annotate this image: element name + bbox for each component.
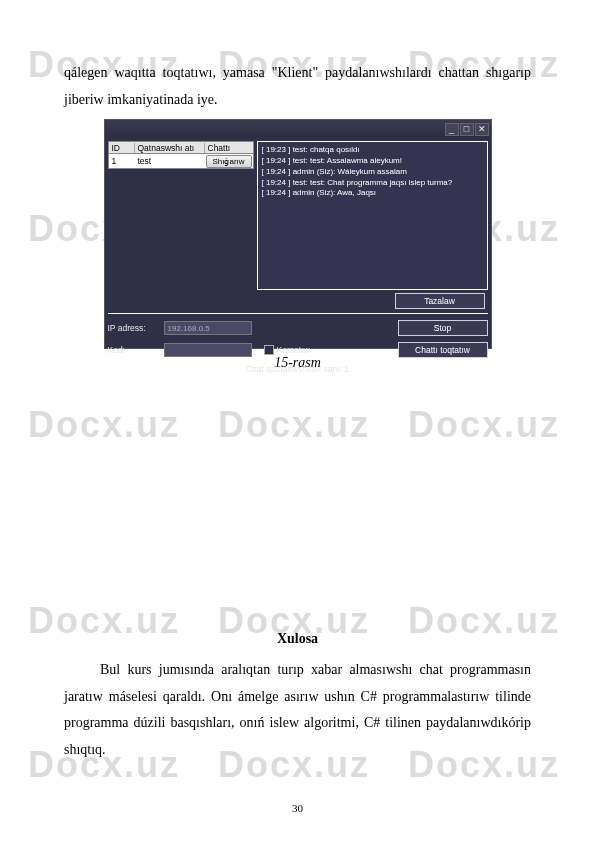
chat-line: [ 19:24 ] admin (Siz): Awa, Jaqsı: [262, 188, 483, 199]
participants-panel: ID Qatnaswshı atı Chattı 1 test Shıǵarıw: [105, 138, 257, 293]
clear-button-row: Tazalaw: [105, 293, 491, 311]
page-number: 30: [0, 802, 595, 814]
app-window: _ □ ✕ ID Qatnaswshı atı Chattı 1 test Sh…: [104, 119, 492, 349]
row-id: 1: [109, 156, 135, 166]
col-id: ID: [109, 143, 135, 153]
minimize-button[interactable]: _: [445, 123, 459, 136]
app-body: ID Qatnaswshı atı Chattı 1 test Shıǵarıw…: [105, 138, 491, 293]
maximize-button[interactable]: □: [460, 123, 474, 136]
chat-log: [ 19:23 ] test: chatqa qosıldı [ 19:24 ]…: [257, 141, 488, 290]
chat-line: [ 19:24 ] test: test: Chat programma jaq…: [262, 178, 483, 189]
participants-header: ID Qatnaswshı atı Chattı: [108, 141, 254, 154]
row-name: test: [135, 156, 206, 166]
status-line: Chat qatnaswshıları sanı: 1: [105, 364, 491, 374]
intro-paragraph: qálegen waqıtta toqtatıwı, yamasa "Klien…: [64, 60, 531, 113]
show-checkbox[interactable]: [264, 345, 274, 355]
kod-row: Kod: Korsetıw Chattı toqtatıw: [108, 342, 488, 358]
chat-line: [ 19:23 ] test: chatqa qosıldı: [262, 145, 483, 156]
chat-line: [ 19:24 ] test: test: Assalawma aleykum!: [262, 156, 483, 167]
stop-chat-button[interactable]: Chattı toqtatıw: [398, 342, 488, 358]
ip-label: IP adress:: [108, 323, 164, 333]
conclusion-paragraph: Bul kurs jumısında aralıqtan turıp xabar…: [64, 657, 531, 763]
show-checkbox-wrap: Korsetıw: [264, 345, 310, 355]
titlebar: _ □ ✕: [105, 120, 491, 138]
col-name: Qatnaswshı atı: [135, 143, 205, 153]
chat-line: [ 19:24 ] admin (Siz): Wáleykum assalam: [262, 167, 483, 178]
ip-input[interactable]: 192.168.0.5: [164, 321, 252, 335]
screenshot-figure: _ □ ✕ ID Qatnaswshı atı Chattı 1 test Sh…: [64, 119, 531, 349]
kod-input[interactable]: [164, 343, 252, 357]
stop-button[interactable]: Stop: [398, 320, 488, 336]
table-row: 1 test Shıǵarıw: [108, 154, 254, 169]
kod-label: Kod:: [108, 345, 164, 355]
settings-section: IP adress: 192.168.0.5 Stop Kod: Korsetı…: [108, 313, 488, 358]
col-action: Chattı: [205, 143, 253, 153]
kick-button[interactable]: Shıǵarıw: [206, 155, 252, 168]
show-checkbox-label: Korsetıw: [277, 345, 310, 355]
close-button[interactable]: ✕: [475, 123, 489, 136]
section-title: Xulosa: [64, 631, 531, 647]
clear-button[interactable]: Tazalaw: [395, 293, 485, 309]
page-content: qálegen waqıtta toqtatıwı, yamasa "Klien…: [0, 0, 595, 804]
ip-row: IP adress: 192.168.0.5 Stop: [108, 320, 488, 336]
